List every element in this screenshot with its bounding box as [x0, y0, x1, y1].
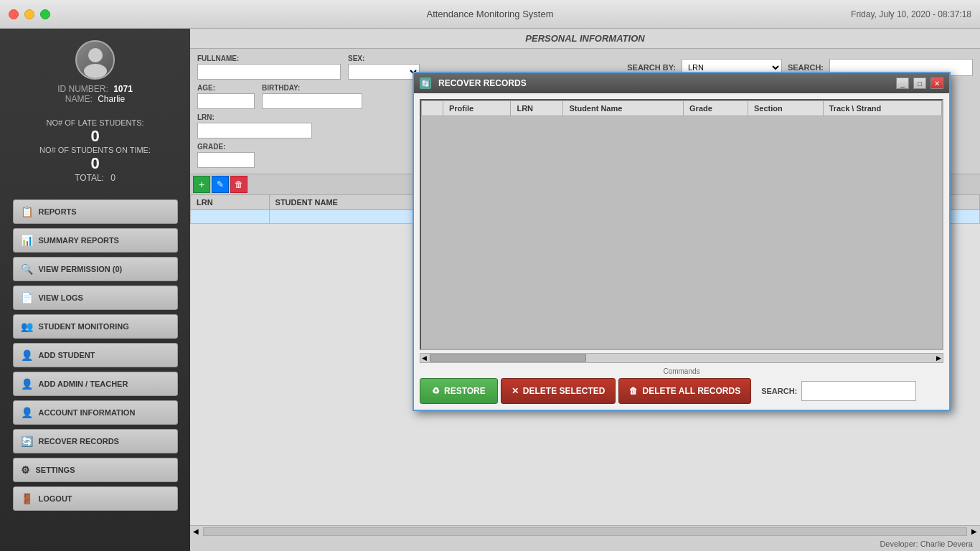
- late-value: 0: [11, 127, 179, 146]
- dialog-scroll-thumb[interactable]: [430, 354, 586, 362]
- dialog-search-label: SEARCH:: [761, 387, 797, 395]
- recover-icon: 🔄: [21, 435, 33, 447]
- avatar: [75, 40, 115, 80]
- sidebar: ID NUMBER: 1071 NAME: Charlie NO# OF LAT…: [0, 29, 190, 551]
- id-label: ID NUMBER:: [57, 84, 108, 94]
- maximize-button[interactable]: [40, 9, 50, 19]
- settings-icon: ⚙: [21, 464, 30, 476]
- account-label: ACCOUNT INFORMATION: [39, 408, 136, 417]
- close-button[interactable]: [9, 9, 19, 19]
- dialog-buttons: ♻ RESTORE ✕ DELETE SELECTED 🗑 DELETE ALL…: [420, 378, 943, 404]
- total-value: 0: [110, 173, 116, 183]
- account-icon: 👤: [21, 407, 33, 418]
- total-label: TOTAL:: [75, 173, 104, 183]
- restore-icon: ♻: [432, 386, 440, 396]
- late-label: NO# OF LATE STUDENTS:: [11, 118, 179, 127]
- sidebar-item-student-monitoring[interactable]: 👥 STUDENT MONITORING: [13, 314, 178, 339]
- logout-icon: 🚪: [21, 493, 33, 504]
- main-content: PERSONAL INFORMATION FULLNAME: SEX: Male…: [190, 29, 980, 551]
- svg-point-0: [88, 48, 103, 62]
- dialog-minimize-button[interactable]: _: [896, 77, 909, 89]
- dialog-scroll-left[interactable]: ◀: [420, 354, 428, 362]
- traffic-lights: [9, 9, 50, 19]
- ontime-value: 0: [11, 154, 179, 173]
- add-student-label: ADD STUDENT: [39, 351, 95, 359]
- id-value: 1071: [113, 84, 133, 94]
- dialog-scrollbar[interactable]: ◀ ▶: [420, 353, 943, 363]
- total-row: TOTAL: 0: [11, 173, 179, 183]
- summary-reports-label: SUMMARY REPORTS: [39, 236, 119, 245]
- dialog-title-icon: 🔄: [420, 77, 431, 89]
- id-name-section: ID NUMBER: 1071 NAME: Charlie: [57, 84, 133, 104]
- delete-selected-button[interactable]: ✕ DELETE SELECTED: [501, 378, 616, 404]
- dialog-restore-button[interactable]: □: [913, 77, 926, 89]
- delete-all-button[interactable]: 🗑 DELETE ALL RECORDS: [618, 378, 751, 404]
- delete-selected-icon: ✕: [512, 386, 519, 396]
- view-logs-label: VIEW LOGS: [39, 293, 83, 302]
- sidebar-item-view-logs[interactable]: 📄 VIEW LOGS: [13, 286, 178, 310]
- dialog-search-input[interactable]: [801, 381, 916, 401]
- sidebar-item-add-admin[interactable]: 👤 ADD ADMIN / TEACHER: [13, 372, 178, 396]
- reports-icon: 📋: [21, 206, 33, 217]
- dialog-col-profile: Profile: [443, 101, 511, 116]
- title-bar: Attendance Monitoring System Friday, Jul…: [0, 0, 980, 29]
- delete-all-icon: 🗑: [629, 386, 638, 396]
- sidebar-item-reports[interactable]: 📋 REPORTS: [13, 199, 178, 224]
- dialog-body: Profile LRN Student Name Grade Section T…: [414, 93, 949, 410]
- minimize-button[interactable]: [24, 9, 34, 19]
- sidebar-item-recover-records[interactable]: 🔄 RECOVER RECORDS: [13, 429, 178, 453]
- logout-label: LOGOUT: [39, 494, 72, 503]
- view-permission-icon: 🔍: [21, 263, 33, 275]
- dialog-scroll-right[interactable]: ▶: [935, 354, 943, 362]
- sidebar-item-settings[interactable]: ⚙ SETTINGS: [13, 458, 178, 482]
- dialog-titlebar: 🔄 RECOVER RECORDS _ □ ✕: [414, 73, 949, 93]
- add-student-icon: 👤: [21, 349, 33, 361]
- dialog-search-area: SEARCH:: [761, 381, 916, 401]
- dialog-overlay: 🔄 RECOVER RECORDS _ □ ✕: [190, 29, 980, 551]
- profile-section: ID NUMBER: 1071 NAME: Charlie: [57, 40, 133, 104]
- student-monitoring-icon: 👥: [21, 321, 33, 332]
- settings-label: SETTINGS: [36, 466, 75, 474]
- name-label: NAME:: [65, 94, 93, 104]
- dialog-title: RECOVER RECORDS: [438, 78, 892, 88]
- name-value: Charlie: [98, 94, 125, 104]
- summary-reports-icon: 📊: [21, 235, 33, 246]
- stats-section: NO# OF LATE STUDENTS: 0 NO# OF STUDENTS …: [0, 113, 190, 193]
- view-logs-icon: 📄: [21, 292, 33, 303]
- dialog-col-track: Track \ Strand: [823, 101, 941, 116]
- reports-label: REPORTS: [39, 207, 77, 216]
- recover-records-dialog: 🔄 RECOVER RECORDS _ □ ✕: [413, 72, 951, 411]
- datetime: Friday, July 10, 2020 - 08:37:18: [851, 9, 971, 19]
- sidebar-item-add-student[interactable]: 👤 ADD STUDENT: [13, 343, 178, 367]
- dialog-close-button[interactable]: ✕: [930, 77, 943, 89]
- sidebar-item-logout[interactable]: 🚪 LOGOUT: [13, 486, 178, 511]
- restore-button[interactable]: ♻ RESTORE: [420, 378, 498, 404]
- dialog-col-section: Section: [748, 101, 823, 116]
- dialog-col-lrn: LRN: [511, 101, 563, 116]
- recover-title-icon: 🔄: [421, 80, 430, 88]
- app-title: Attendance Monitoring System: [426, 9, 553, 19]
- ontime-label: NO# OF STUDENTS ON TIME:: [11, 146, 179, 154]
- dialog-table-container: Profile LRN Student Name Grade Section T…: [420, 99, 943, 350]
- student-monitoring-label: STUDENT MONITORING: [39, 322, 129, 331]
- restore-label: RESTORE: [444, 386, 486, 396]
- sidebar-item-view-permission[interactable]: 🔍 VIEW PERMISSION (0): [13, 257, 178, 281]
- delete-all-label: DELETE ALL RECORDS: [642, 386, 740, 396]
- dialog-col-grade: Grade: [684, 101, 748, 116]
- add-admin-icon: 👤: [21, 378, 33, 390]
- dialog-table: Profile LRN Student Name Grade Section T…: [421, 100, 942, 116]
- svg-point-1: [84, 64, 107, 78]
- recover-label: RECOVER RECORDS: [39, 437, 119, 446]
- delete-selected-label: DELETE SELECTED: [523, 386, 606, 396]
- commands-label: Commands: [420, 367, 943, 375]
- dialog-col-student-name: Student Name: [563, 101, 684, 116]
- sidebar-item-summary-reports[interactable]: 📊 SUMMARY REPORTS: [13, 228, 178, 253]
- view-permission-label: VIEW PERMISSION (0): [39, 265, 123, 273]
- sidebar-item-account-information[interactable]: 👤 ACCOUNT INFORMATION: [13, 400, 178, 425]
- dialog-col-checkbox: [422, 101, 443, 116]
- add-admin-label: ADD ADMIN / TEACHER: [39, 380, 128, 388]
